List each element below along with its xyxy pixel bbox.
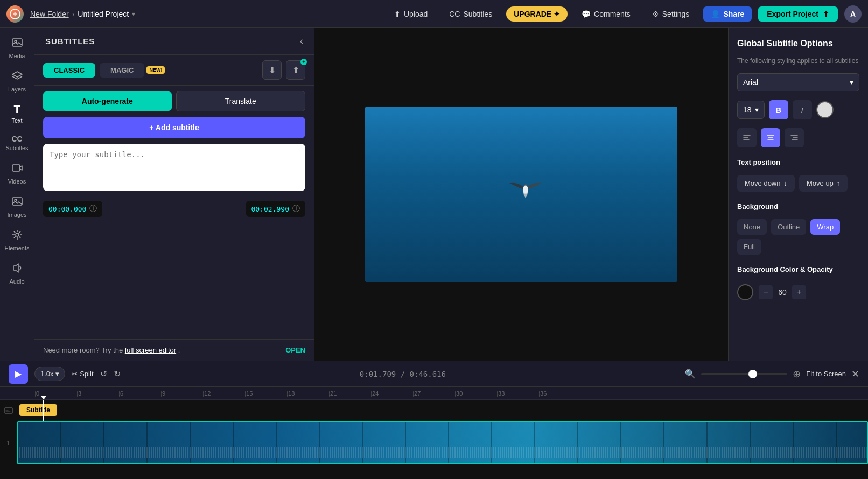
opacity-decrease-button[interactable]: − xyxy=(759,285,773,299)
font-size-selector[interactable]: 18 ▾ xyxy=(737,101,765,119)
subtitle-chip[interactable]: Subtitle xyxy=(19,404,57,416)
upload-icon: ⬆ xyxy=(394,10,401,18)
media-icon xyxy=(11,37,23,51)
tab-classic[interactable]: CLASSIC xyxy=(43,63,95,78)
audio-icon xyxy=(11,262,23,277)
top-nav: New Folder › Untitled Project ▾ ⬆ Upload… xyxy=(0,0,868,28)
sidebar-item-videos[interactable]: Videos xyxy=(2,158,32,189)
move-down-button[interactable]: Move down ↓ xyxy=(737,175,795,192)
avatar[interactable]: A xyxy=(844,5,862,23)
upgrade-button[interactable]: UPGRADE ✦ xyxy=(506,6,568,22)
align-left-button[interactable] xyxy=(737,128,757,147)
timeline-area: ▶ 1.0x ▾ ✂ Split ↺ ↻ 0:01.709 / 0:46.616… xyxy=(0,361,868,479)
timeline-controls: ▶ 1.0x ▾ ✂ Split ↺ ↻ 0:01.709 / 0:46.616… xyxy=(0,361,868,387)
sidebar-label-audio: Audio xyxy=(9,278,24,285)
tick-21: :21 xyxy=(328,390,370,397)
align-center-button[interactable] xyxy=(761,128,780,147)
sidebar-label-layers: Layers xyxy=(8,86,26,93)
font-selector[interactable]: Arial ▾ xyxy=(737,73,859,91)
export-srt-button[interactable]: ⬆ + xyxy=(286,60,305,80)
position-row: Move down ↓ Move up ↑ xyxy=(737,175,859,192)
subtitle-input-area xyxy=(43,144,305,191)
svg-rect-3 xyxy=(12,165,20,171)
italic-button[interactable]: I xyxy=(793,100,812,119)
subtitle-track-label xyxy=(0,400,17,421)
timeline-right-controls: 🔍 ⊕ Fit to Screen ✕ xyxy=(685,368,859,380)
split-icon: ✂ xyxy=(72,370,78,378)
sidebar-item-media[interactable]: Media xyxy=(2,32,32,64)
share-button[interactable]: 👤 Share xyxy=(703,6,752,22)
autogenerate-button[interactable]: Auto-generate xyxy=(43,91,172,111)
split-button[interactable]: ✂ Split xyxy=(72,370,93,378)
video-track-number: 1 xyxy=(0,421,17,464)
close-timeline-button[interactable]: ✕ xyxy=(851,368,859,380)
move-up-button[interactable]: Move up ↑ xyxy=(799,175,848,192)
opacity-increase-button[interactable]: + xyxy=(792,285,806,299)
sidebar-item-images[interactable]: Images xyxy=(2,191,32,222)
tab-magic-container[interactable]: MAGIC NEW! xyxy=(100,63,165,78)
translate-button[interactable]: Translate xyxy=(176,91,306,111)
sidebar-item-subtitles[interactable]: CC Subtitles xyxy=(2,130,32,156)
zoom-out-icon[interactable]: 🔍 xyxy=(685,369,696,379)
fullscreen-editor-link[interactable]: full screen editor xyxy=(125,346,176,354)
tick-18: :18 xyxy=(286,390,328,397)
import-button[interactable]: ⬇ xyxy=(262,60,282,80)
bg-none-button[interactable]: None xyxy=(737,219,767,235)
subtitles-nav-button[interactable]: CC Subtitles xyxy=(442,6,500,22)
bold-button[interactable]: B xyxy=(769,100,788,119)
breadcrumb: New Folder › Untitled Project ▾ xyxy=(30,10,135,18)
timestamp-start-icon[interactable]: ⓘ xyxy=(89,204,97,214)
subtitle-text-input[interactable] xyxy=(50,150,299,182)
export-button[interactable]: Export Project ⬆ xyxy=(758,6,838,22)
settings-button[interactable]: ⚙ Settings xyxy=(645,6,697,22)
bg-wrap-button[interactable]: Wrap xyxy=(810,219,840,235)
video-filmstrip[interactable] xyxy=(17,421,868,464)
align-right-button[interactable] xyxy=(785,128,804,147)
subtitle-track: Subtitle xyxy=(17,400,868,421)
undo-button[interactable]: ↺ xyxy=(100,369,107,379)
sidebar-item-audio[interactable]: Audio xyxy=(2,258,32,289)
open-fullscreen-button[interactable]: OPEN xyxy=(285,346,305,354)
tick-36: :36 xyxy=(538,390,580,397)
zoom-in-icon[interactable]: ⊕ xyxy=(793,368,801,380)
tab-magic[interactable]: MAGIC xyxy=(100,63,144,78)
app-logo xyxy=(6,5,24,23)
bg-color-label: Background Color & Opacity xyxy=(737,265,859,273)
fit-screen-button[interactable]: Fit to Screen xyxy=(806,370,846,378)
bg-outline-button[interactable]: Outline xyxy=(771,219,806,235)
video-preview xyxy=(365,107,677,282)
plus-badge-icon: + xyxy=(300,59,307,65)
sidebar-item-elements[interactable]: Elements xyxy=(2,224,32,256)
upload-button[interactable]: ⬆ Upload xyxy=(387,6,435,22)
redo-button[interactable]: ↻ xyxy=(114,369,121,379)
panel-actions: Auto-generate Translate xyxy=(34,86,314,117)
move-down-icon: ↓ xyxy=(783,179,787,187)
timestamp-start: 00:00.000 ⓘ xyxy=(43,201,102,217)
sidebar-label-elements: Elements xyxy=(5,245,30,251)
folder-link[interactable]: New Folder xyxy=(30,10,69,18)
zoom-slider[interactable] xyxy=(701,373,787,375)
speed-selector[interactable]: 1.0x ▾ xyxy=(34,367,65,381)
timestamp-end-icon[interactable]: ⓘ xyxy=(292,204,300,214)
waveform xyxy=(18,447,867,458)
sidebar-item-text[interactable]: T Text xyxy=(2,99,32,128)
play-button[interactable]: ▶ xyxy=(9,364,28,384)
bg-full-button[interactable]: Full xyxy=(737,239,761,255)
panel-close-button[interactable]: ‹ xyxy=(300,36,303,47)
comments-button[interactable]: 💬 Comments xyxy=(574,6,638,22)
text-color-picker[interactable] xyxy=(816,101,834,118)
images-icon xyxy=(11,195,23,210)
playhead[interactable] xyxy=(43,400,44,421)
video-track-row: 1 xyxy=(0,421,868,464)
sidebar-item-layers[interactable]: Layers xyxy=(2,66,32,97)
timestamp-row: 00:00.000 ⓘ 00:02.990 ⓘ xyxy=(34,196,314,221)
sidebar-label-videos: Videos xyxy=(8,178,26,185)
project-caret[interactable]: ▾ xyxy=(132,10,135,18)
svg-point-7 xyxy=(523,186,528,194)
text-icon: T xyxy=(13,103,20,116)
bg-color-picker[interactable] xyxy=(737,284,753,300)
add-subtitle-button[interactable]: + Add subtitle xyxy=(43,117,305,138)
zoom-thumb[interactable] xyxy=(748,370,757,378)
tick-15: :15 xyxy=(244,390,286,397)
move-up-icon: ↑ xyxy=(837,179,841,187)
